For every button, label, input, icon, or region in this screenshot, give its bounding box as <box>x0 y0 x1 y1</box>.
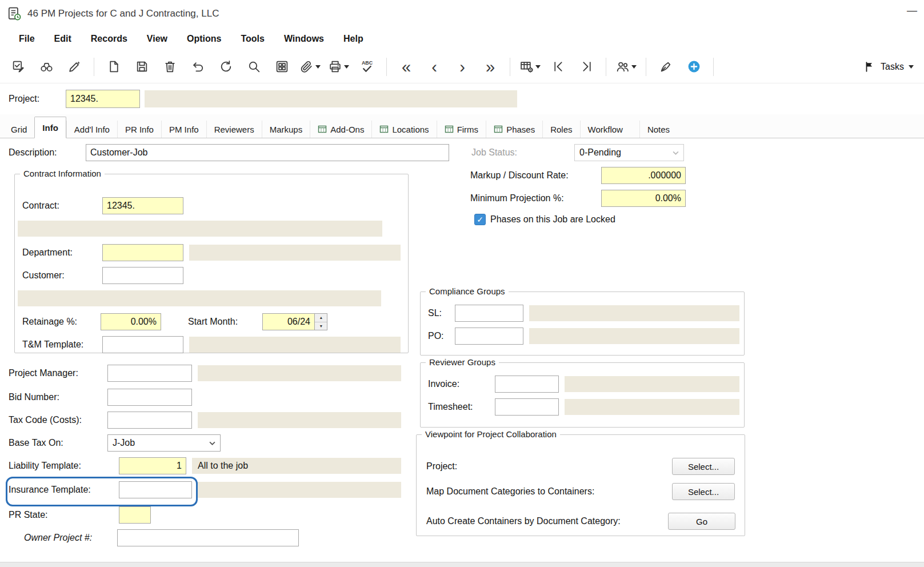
tm-template-input[interactable] <box>102 336 183 353</box>
save-icon <box>135 59 149 74</box>
chevron-right-icon: › <box>455 55 469 78</box>
info-tab-panel: Description: Job Status: 0-Pending Marku… <box>0 138 924 562</box>
spellcheck-button[interactable]: ABC <box>355 55 378 79</box>
spinner-down-icon[interactable] <box>315 322 327 330</box>
liability-template-input[interactable] <box>119 457 186 474</box>
menu-file[interactable]: File <box>9 27 45 50</box>
tasks-button[interactable]: Tasks <box>860 60 917 74</box>
compliance-groups-group: Compliance Groups SL: PO: <box>420 292 745 356</box>
grid-options-button[interactable] <box>518 55 542 79</box>
tab-pr-info[interactable]: PR Info <box>117 121 161 138</box>
tab-reviewers[interactable]: Reviewers <box>206 121 262 138</box>
signature-button[interactable] <box>654 55 677 79</box>
job-status-select[interactable]: 0-Pending <box>574 144 684 161</box>
project-input[interactable] <box>66 90 140 108</box>
form-edit-button[interactable] <box>7 55 30 79</box>
calculator-button[interactable] <box>270 55 293 79</box>
viewpoint-project-label: Project: <box>426 458 457 475</box>
menu-tools[interactable]: Tools <box>231 27 274 50</box>
users-button[interactable] <box>614 55 638 79</box>
tab-label: Locations <box>392 125 429 134</box>
nav-first-group-button[interactable]: « <box>395 55 418 79</box>
base-tax-on-select[interactable]: J-Job <box>107 434 221 452</box>
chevron-down-icon[interactable] <box>631 65 637 69</box>
undo-icon <box>191 59 205 74</box>
menu-windows[interactable]: Windows <box>274 27 334 50</box>
pr-state-input[interactable] <box>119 506 151 524</box>
contract-input[interactable] <box>102 197 183 214</box>
customer-input[interactable] <box>102 267 183 284</box>
new-record-button[interactable] <box>102 55 125 79</box>
sl-input[interactable] <box>455 305 523 322</box>
paperclip-icon <box>299 59 314 74</box>
select-map-categories-button[interactable]: Select... <box>672 483 735 500</box>
form-edit-icon <box>11 59 26 74</box>
tab-strip: Grid Info Add'l Info PR Info PM Info Rev… <box>0 114 924 138</box>
bid-number-input[interactable] <box>107 389 192 406</box>
tab-markups[interactable]: Markups <box>262 121 310 138</box>
tax-code-description-field <box>198 412 401 428</box>
first-record-button[interactable] <box>547 55 570 79</box>
insurance-template-input[interactable] <box>119 481 192 498</box>
save-button[interactable] <box>130 55 153 79</box>
department-input[interactable] <box>102 244 183 261</box>
start-month-label: Start Month: <box>188 313 238 330</box>
menu-view[interactable]: View <box>137 27 177 50</box>
owner-project-input[interactable] <box>117 529 299 546</box>
flag-icon <box>863 61 876 73</box>
tab-firms[interactable]: Firms <box>437 121 486 138</box>
tab-pm-info[interactable]: PM Info <box>161 121 206 138</box>
auto-create-go-button[interactable]: Go <box>668 513 735 530</box>
minimize-button[interactable]: — <box>903 5 921 17</box>
tab-addl-info[interactable]: Add'l Info <box>66 121 117 138</box>
menu-records[interactable]: Records <box>81 27 137 50</box>
chevron-down-icon[interactable] <box>535 65 541 69</box>
spinner-up-icon[interactable] <box>315 314 327 322</box>
chevron-down-icon[interactable] <box>315 65 321 69</box>
tab-locations[interactable]: Locations <box>371 121 436 138</box>
menu-edit[interactable]: Edit <box>45 27 81 50</box>
double-chevron-left-icon: « <box>398 55 415 78</box>
invoice-description-field <box>565 376 739 392</box>
start-month-input[interactable] <box>262 313 315 330</box>
nav-prev-group-button[interactable]: ‹ <box>423 55 446 79</box>
select-project-button[interactable]: Select... <box>672 458 735 475</box>
search-button[interactable] <box>242 55 265 79</box>
tax-code-input[interactable] <box>107 412 192 429</box>
print-button[interactable] <box>327 55 350 79</box>
description-input[interactable] <box>86 144 449 161</box>
tab-phases[interactable]: Phases <box>486 121 542 138</box>
min-projection-input[interactable] <box>601 190 686 207</box>
attachments-button[interactable] <box>298 55 322 79</box>
chevron-down-icon[interactable] <box>344 65 349 69</box>
project-manager-input[interactable] <box>107 365 192 382</box>
nav-last-group-button[interactable]: » <box>479 55 502 79</box>
tab-workflow[interactable]: Workflow <box>580 121 630 138</box>
tab-label: Firms <box>457 125 479 134</box>
invoice-input[interactable] <box>495 376 559 393</box>
last-record-button[interactable] <box>575 55 598 79</box>
refresh-button[interactable] <box>214 55 237 79</box>
tab-roles[interactable]: Roles <box>542 121 579 138</box>
undo-button[interactable] <box>186 55 209 79</box>
timesheet-input[interactable] <box>495 398 559 416</box>
description-label: Description: <box>9 144 57 161</box>
delete-button[interactable] <box>158 55 181 79</box>
nav-next-group-button[interactable]: › <box>451 55 474 79</box>
find-button[interactable] <box>35 55 58 79</box>
markup-rate-input[interactable] <box>601 167 686 184</box>
phases-locked-checkbox[interactable] <box>474 214 486 225</box>
tab-notes[interactable]: Notes <box>639 121 677 138</box>
add-button[interactable] <box>682 55 705 79</box>
customer-label: Customer: <box>22 267 65 284</box>
tab-grid[interactable]: Grid <box>3 121 34 138</box>
menu-options[interactable]: Options <box>177 27 231 50</box>
tab-add-ons[interactable]: Add-Ons <box>310 121 371 138</box>
menu-help[interactable]: Help <box>334 27 373 50</box>
toolbar-separator <box>94 58 94 76</box>
tab-info[interactable]: Info <box>34 117 66 138</box>
retainage-input[interactable] <box>101 313 161 330</box>
field-tools-button[interactable] <box>63 55 86 79</box>
po-input[interactable] <box>455 328 523 345</box>
project-bar: Project: <box>0 83 924 114</box>
